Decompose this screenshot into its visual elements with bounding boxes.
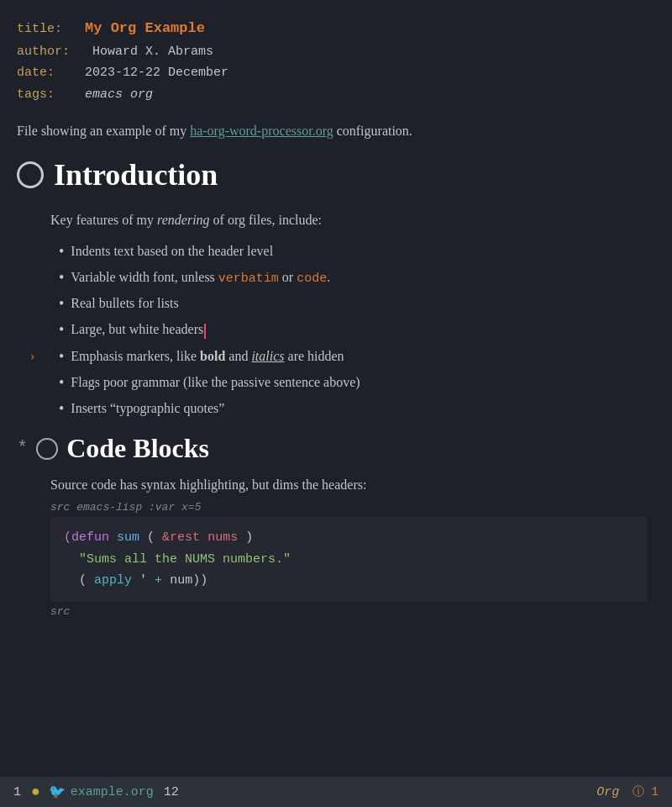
bullet-icon: • xyxy=(59,293,64,314)
list-item: • Real bullets for lists xyxy=(50,293,647,314)
main-content: title: My Org Example author: Howard X. … xyxy=(0,0,672,777)
meta-author-row: author: Howard X. Abrams xyxy=(17,41,647,63)
bullet-icon: • xyxy=(59,319,64,340)
heading-circle-icon xyxy=(17,161,44,188)
author-value: Howard X. Abrams xyxy=(92,45,213,59)
code-string-doc: "Sums all the NUMS numbers." xyxy=(64,552,291,567)
status-line-number: 1 xyxy=(13,785,21,799)
status-filename: example.org xyxy=(71,785,154,799)
code-line-1: (defun sum ( &rest nums ) xyxy=(64,527,633,549)
status-info: ⓘ 1 xyxy=(633,784,659,799)
tags-value: emacs org xyxy=(85,87,153,102)
description-text-before: File showing an example of my xyxy=(17,124,190,138)
heading-introduction-text: Introduction xyxy=(54,157,218,193)
text-cursor xyxy=(204,324,206,339)
code-builtin-plus: + xyxy=(155,573,162,588)
meta-date-row: date: 2023-12-22 December xyxy=(17,62,647,84)
code-line-2: "Sums all the NUMS numbers." xyxy=(64,549,633,571)
status-column: 12 xyxy=(164,785,179,799)
verbatim-text: verbatim xyxy=(218,272,279,286)
code-line-3: ( apply ' + num)) xyxy=(64,570,633,592)
code-block-body: (defun sum ( &rest nums ) "Sums all the … xyxy=(50,517,647,602)
heading2-prefix: * xyxy=(17,438,28,459)
code-param-nums: nums xyxy=(207,530,238,545)
list-item-text: Emphasis markers, like bold and italics … xyxy=(71,346,344,367)
list-item-text: Inserts “typographic quotes” xyxy=(71,398,224,419)
author-key: author: xyxy=(17,45,70,59)
status-mode: Org xyxy=(596,785,619,799)
code-builtin-apply: apply xyxy=(94,573,132,588)
list-item: • Variable width font, unless verbatim o… xyxy=(50,267,647,289)
heading-codeblocks-text: Code Blocks xyxy=(66,433,209,464)
code-fn-sum: sum xyxy=(117,530,139,545)
code-keyword-defun: (defun xyxy=(64,530,109,545)
meta-title-row: title: My Org Example xyxy=(17,17,647,41)
intro-end: of org files, include: xyxy=(210,213,322,227)
heading-codeblocks: * Code Blocks xyxy=(17,433,647,464)
meta-tags-row: tags: emacs org xyxy=(17,84,647,106)
list-item: • Large, but white headers xyxy=(50,319,647,340)
status-emacs-icon: 🐦 xyxy=(49,783,66,800)
list-item: • Flags poor grammar (like the passive s… xyxy=(50,372,647,393)
section2-content: Source code has syntax highlighting, but… xyxy=(17,477,647,618)
bullet-icon: • xyxy=(59,398,64,419)
active-line-arrow: › xyxy=(30,346,34,367)
section1-content: Key features of my rendering of org file… xyxy=(17,209,647,419)
metadata-block: title: My Org Example author: Howard X. … xyxy=(17,17,647,105)
title-key: title: xyxy=(17,22,62,36)
code-block-header: src emacs-lisp :var x=5 xyxy=(50,501,647,514)
bullet-icon: • xyxy=(59,372,64,393)
list-item-active: › • Emphasis markers, like bold and ital… xyxy=(50,346,647,367)
date-key: date: xyxy=(17,66,55,80)
status-dot-icon: ● xyxy=(31,783,40,800)
italic-text: italics xyxy=(251,349,284,363)
bold-text: bold xyxy=(200,349,225,363)
heading2-circle-icon xyxy=(36,438,58,460)
bullet-icon: • xyxy=(59,267,64,288)
title-value: My Org Example xyxy=(85,20,205,36)
list-item-text: Indents text based on the header level xyxy=(71,241,273,261)
heading-introduction: Introduction xyxy=(17,157,647,193)
code-text: code xyxy=(297,272,327,286)
list-item-text: Real bullets for lists xyxy=(71,293,178,314)
description-text-after: configuration. xyxy=(333,124,412,138)
list-item-text: Large, but white headers xyxy=(71,319,206,340)
description-link[interactable]: ha-org-word-processor.org xyxy=(190,124,333,138)
feature-list: • Indents text based on the header level… xyxy=(50,241,647,420)
list-item-text: Variable width font, unless verbatim or … xyxy=(71,267,330,289)
intro-em: rendering xyxy=(157,213,210,227)
bullet-icon: • xyxy=(59,241,64,262)
date-value: 2023-12-22 December xyxy=(85,66,228,80)
list-item-text: Flags poor grammar (like the passive sen… xyxy=(71,372,360,393)
code-block-footer: src xyxy=(50,605,647,618)
section1-intro: Key features of my rendering of org file… xyxy=(50,209,647,231)
intro-text: Key features of my xyxy=(50,213,157,227)
bullet-icon: • xyxy=(59,346,64,367)
list-item: • Indents text based on the header level xyxy=(50,241,647,262)
status-bar: 1 ● 🐦 example.org 12 Org ⓘ 1 xyxy=(0,777,672,807)
tags-key: tags: xyxy=(17,87,55,102)
description-paragraph: File showing an example of my ha-org-wor… xyxy=(17,120,647,142)
section2-intro: Source code has syntax highlighting, but… xyxy=(50,477,647,493)
code-param-rest: &rest xyxy=(162,530,200,545)
list-item: • Inserts “typographic quotes” xyxy=(50,398,647,419)
